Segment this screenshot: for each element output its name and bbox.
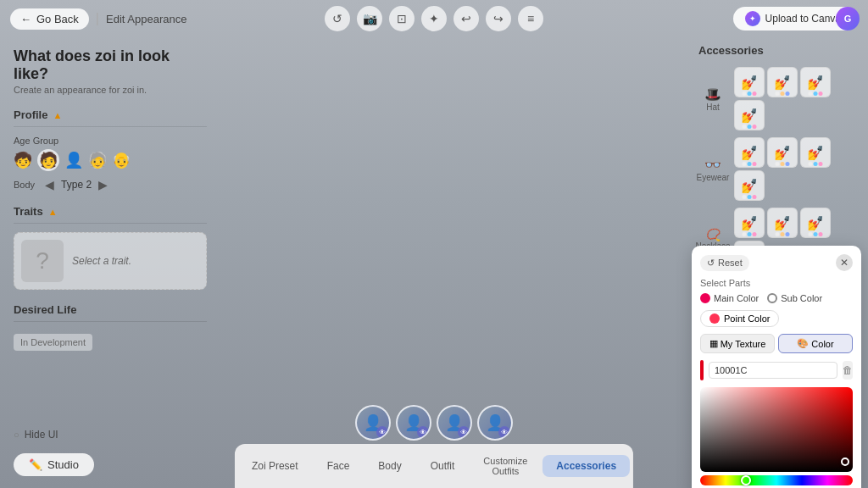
tab-customize-outfits[interactable]: CustomizeOutfits — [470, 451, 541, 481]
avatar-preview-3[interactable]: 👤 👁 — [437, 405, 472, 441]
desired-life-label: Desired Life — [14, 303, 76, 316]
tool-rotate-btn[interactable]: ↺ — [325, 6, 350, 31]
main-question: What does zoi in look like? — [14, 47, 207, 83]
tool-undo-btn[interactable]: ↩ — [453, 6, 479, 31]
tab-face[interactable]: Face — [314, 455, 364, 477]
hide-ui-row: ○ Hide UI — [14, 429, 58, 441]
color-picker-panel: ↺ Reset ✕ Select Parts Main Color Sub Co… — [692, 246, 861, 488]
age-adult-icon[interactable]: 👤 — [64, 151, 83, 169]
bottom-navigation: Zoi Preset Face Body Outfit CustomizeOut… — [235, 444, 633, 488]
color-gradient-box[interactable] — [700, 387, 853, 472]
hat-row: 🎩 Hat 💅 💅 💅 💅 — [690, 64, 868, 134]
tool-redo-btn[interactable]: ↪ — [486, 6, 511, 31]
eyewear-item-2[interactable]: 💅 — [767, 137, 798, 168]
avatar-eye-icon-2: 👁 — [417, 426, 429, 438]
trait-selector[interactable]: ? Select a trait. — [14, 232, 207, 290]
top-bar: ← Go Back | Edit Appearance ↺ 📷 ⊡ ✦ ↩ ↪ … — [0, 0, 868, 37]
traits-section: Traits ▲ ? Select a trait. — [14, 205, 207, 290]
reset-icon: ↺ — [707, 258, 715, 269]
main-color-label: Main Color — [714, 293, 759, 303]
traits-warning-icon: ▲ — [48, 207, 58, 217]
avatar-eye-icon-1: 👁 — [376, 426, 388, 438]
studio-button[interactable]: ✏️ Studio — [14, 453, 94, 476]
sub-color-option[interactable]: Sub Color — [767, 293, 822, 303]
my-texture-tab[interactable]: ▦ My Texture — [700, 334, 775, 353]
avatar-eye-icon-4: 👁 — [498, 426, 510, 438]
gradient-cursor — [841, 458, 849, 466]
hat-item-4[interactable]: 💅 — [734, 100, 765, 130]
user-avatar[interactable]: G — [836, 7, 860, 30]
traits-label: Traits — [14, 205, 43, 218]
hue-cursor — [741, 475, 751, 485]
age-elder-icon[interactable]: 🧓 — [88, 151, 107, 169]
desired-life-section: Desired Life In Development — [14, 303, 207, 351]
my-texture-label: My Texture — [721, 339, 766, 349]
hex-input[interactable] — [709, 362, 837, 379]
necklace-item-1[interactable]: 💅 — [734, 208, 765, 238]
reset-label: Reset — [718, 258, 743, 268]
color-tab[interactable]: 🎨 Color — [778, 334, 853, 353]
close-color-picker-button[interactable]: ✕ — [836, 254, 853, 271]
character-question-title: What does zoi in look like? Create an ap… — [14, 47, 207, 95]
back-label: Go Back — [36, 13, 79, 25]
palette-icon: 🎨 — [797, 338, 809, 349]
tab-zoi-preset[interactable]: Zoi Preset — [238, 455, 312, 477]
tool-menu-btn[interactable]: ≡ — [518, 6, 543, 31]
tab-body[interactable]: Body — [364, 455, 415, 477]
avatar-preview-1[interactable]: 👤 👁 — [355, 405, 391, 441]
back-button[interactable]: ← Go Back — [10, 8, 89, 30]
avatar-preview-2[interactable]: 👤 👁 — [396, 405, 431, 441]
age-group-label: Age Group — [14, 136, 207, 146]
point-color-button[interactable]: Point Color — [700, 310, 779, 327]
trait-placeholder-icon: ? — [21, 240, 64, 282]
desired-life-header: Desired Life — [14, 303, 207, 322]
desired-life-value: In Development — [14, 334, 92, 351]
point-color-swatch — [709, 313, 720, 324]
bottom-avatars: 👤 👁 👤 👁 👤 👁 👤 👁 — [355, 405, 513, 441]
delete-color-button[interactable]: 🗑 — [843, 361, 853, 380]
age-teen-icon[interactable]: 🧑 — [37, 149, 59, 171]
hat-item-2[interactable]: 💅 — [767, 67, 798, 97]
left-panel: What does zoi in look like? Create an ap… — [0, 37, 220, 488]
hue-slider[interactable] — [700, 475, 853, 485]
tool-camera-btn[interactable]: 📷 — [357, 6, 382, 31]
hat-items: 💅 💅 💅 💅 — [734, 67, 863, 130]
eyewear-item-3[interactable]: 💅 — [800, 137, 831, 168]
reset-button[interactable]: ↺ Reset — [700, 255, 749, 271]
accessories-header: Accessories — [690, 37, 868, 64]
body-next-button[interactable]: ▶ — [98, 178, 108, 191]
eyewear-item-1[interactable]: 💅 — [734, 137, 765, 168]
tool-magic-btn[interactable]: ✦ — [421, 6, 447, 31]
necklace-item-3[interactable]: 💅 — [800, 208, 831, 238]
parts-options: Main Color Sub Color — [700, 293, 853, 303]
canvas-logo-icon: ✦ — [745, 11, 760, 26]
studio-pencil-icon: ✏️ — [29, 458, 42, 471]
hat-item-1[interactable]: 💅 — [734, 67, 765, 97]
point-color-label: Point Color — [724, 313, 770, 324]
eyewear-label: Eyewear — [695, 173, 731, 182]
sub-color-label: Sub Color — [781, 293, 822, 303]
hat-item-3[interactable]: 💅 — [800, 67, 831, 97]
back-chevron-icon: ← — [20, 13, 31, 25]
tab-outfit[interactable]: Outfit — [417, 455, 469, 477]
texture-icon: ▦ — [709, 338, 718, 349]
edit-appearance-label: Edit Appearance — [106, 13, 186, 25]
sub-color-radio — [767, 293, 777, 303]
color-main-swatch[interactable] — [700, 360, 704, 380]
age-senior-icon[interactable]: 👴 — [112, 151, 131, 169]
main-color-option[interactable]: Main Color — [700, 293, 759, 303]
tool-expand-btn[interactable]: ⊡ — [389, 6, 415, 31]
trait-select-prompt: Select a trait. — [72, 255, 131, 267]
hat-label: Hat — [695, 103, 731, 112]
body-prev-button[interactable]: ◀ — [45, 178, 54, 191]
top-divider: | — [96, 11, 99, 26]
necklace-item-2[interactable]: 💅 — [767, 208, 798, 238]
hide-ui-label: Hide UI — [25, 429, 58, 441]
studio-label: Studio — [47, 458, 79, 471]
eyewear-item-4[interactable]: 💅 — [734, 170, 765, 201]
tab-accessories[interactable]: Accessories — [542, 455, 630, 477]
age-child-icon[interactable]: 🧒 — [14, 151, 32, 169]
avatar-preview-4[interactable]: 👤 👁 — [477, 405, 513, 441]
profile-warning-icon: ▲ — [53, 110, 62, 120]
age-group-options: 🧒 🧑 👤 🧓 👴 — [14, 149, 207, 171]
